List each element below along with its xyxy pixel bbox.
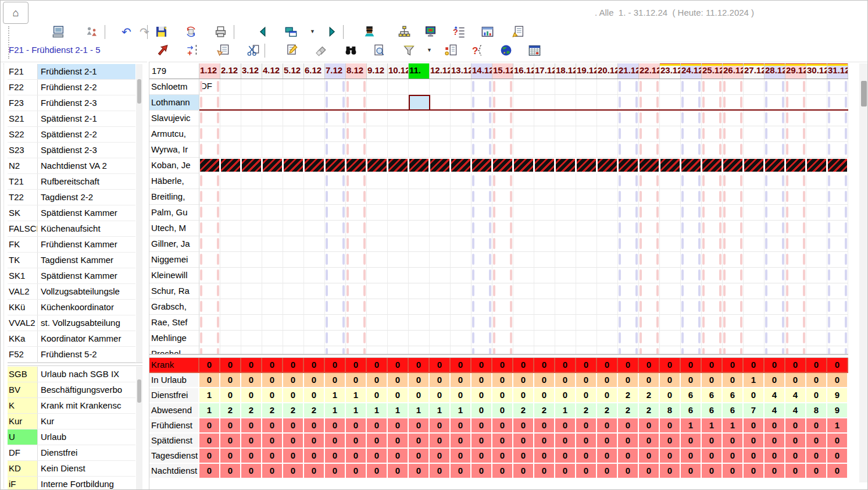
roster-cell[interactable]	[241, 189, 262, 205]
roster-cell[interactable]	[827, 252, 848, 268]
roster-cell[interactable]	[806, 95, 827, 111]
roster-cell[interactable]	[367, 189, 388, 205]
roster-cell[interactable]	[220, 331, 241, 346]
roster-cell[interactable]	[702, 173, 723, 189]
roster-cell[interactable]	[555, 331, 576, 346]
globe-icon[interactable]	[498, 42, 514, 58]
roster-cell[interactable]	[304, 79, 325, 95]
roster-cell[interactable]	[513, 283, 534, 299]
roster-cell[interactable]	[806, 299, 827, 315]
roster-cell[interactable]	[744, 158, 765, 173]
roster-cell[interactable]	[806, 126, 827, 142]
sidebar-splitter[interactable]	[8, 363, 142, 366]
roster-cell[interactable]	[220, 111, 241, 126]
roster-cell[interactable]	[806, 158, 827, 173]
day-column-header[interactable]: 20.12	[597, 63, 618, 79]
employee-row-header[interactable]: Lothmann	[149, 95, 199, 111]
help-brace-icon[interactable]: ?	[470, 42, 486, 58]
roster-cell[interactable]	[471, 173, 492, 189]
day-column-header[interactable]: 10.12	[388, 63, 409, 79]
roster-cell[interactable]	[346, 283, 367, 299]
roster-cell[interactable]	[723, 158, 744, 173]
roster-cell[interactable]	[827, 142, 848, 158]
roster-cell[interactable]	[681, 189, 702, 205]
roster-cell[interactable]	[597, 299, 618, 315]
monitor-icon[interactable]	[423, 24, 438, 40]
roster-cell[interactable]	[723, 111, 744, 126]
roster-cell[interactable]	[785, 283, 806, 299]
roster-cell[interactable]	[660, 331, 681, 346]
roster-cell[interactable]	[471, 189, 492, 205]
roster-cell[interactable]	[534, 189, 555, 205]
roster-cell[interactable]	[241, 173, 262, 189]
roster-cell[interactable]	[785, 111, 806, 126]
roster-cell[interactable]	[806, 189, 827, 205]
roster-cell[interactable]	[534, 283, 555, 299]
roster-cell[interactable]	[367, 331, 388, 346]
roster-cell[interactable]	[367, 236, 388, 252]
orgchart-icon[interactable]	[397, 24, 412, 40]
roster-cell[interactable]	[639, 221, 660, 236]
roster-cell[interactable]	[785, 346, 806, 354]
roster-cell[interactable]	[451, 79, 471, 95]
computer-icon[interactable]	[51, 24, 66, 40]
roster-cell[interactable]	[304, 252, 325, 268]
roster-cell[interactable]	[744, 205, 765, 221]
roster-cell[interactable]	[451, 173, 471, 189]
roster-cell[interactable]	[785, 205, 806, 221]
edit-page-icon[interactable]	[215, 42, 231, 58]
employee-row-header[interactable]: Schloetm	[149, 79, 199, 95]
roster-cell[interactable]	[304, 142, 325, 158]
red-arrow-icon[interactable]	[155, 42, 171, 58]
roster-cell[interactable]	[744, 173, 765, 189]
roster-cell[interactable]	[723, 331, 744, 346]
employee-row-header[interactable]: Armutcu,	[149, 126, 199, 142]
roster-cell[interactable]	[702, 142, 723, 158]
day-column-header[interactable]: 5.12	[283, 63, 304, 79]
roster-cell[interactable]	[618, 142, 639, 158]
day-column-header[interactable]: 31.12	[827, 63, 848, 79]
roster-cell[interactable]	[827, 95, 848, 111]
roster-cell[interactable]	[199, 142, 220, 158]
employee-row-header[interactable]: Koban, Je	[149, 158, 199, 173]
shift-function-item[interactable]: F22Frühdienst 2-2	[8, 80, 135, 95]
roster-cell[interactable]	[660, 221, 681, 236]
roster-cell[interactable]	[660, 252, 681, 268]
roster-cell[interactable]	[513, 236, 534, 252]
calendar-icon[interactable]	[527, 42, 542, 58]
roster-cell[interactable]	[325, 331, 346, 346]
roster-cell[interactable]	[576, 299, 597, 315]
roster-cell[interactable]	[723, 268, 744, 283]
roster-cell[interactable]	[660, 299, 681, 315]
roster-cell[interactable]	[430, 158, 451, 173]
roster-cell[interactable]	[241, 111, 262, 126]
roster-cell[interactable]	[723, 299, 744, 315]
roster-cell[interactable]	[199, 95, 220, 111]
roster-cell[interactable]	[744, 252, 765, 268]
roster-cell[interactable]	[241, 283, 262, 299]
roster-cell[interactable]	[555, 283, 576, 299]
roster-cell[interactable]	[827, 221, 848, 236]
roster-cell[interactable]	[451, 189, 471, 205]
roster-cell[interactable]	[346, 315, 367, 331]
roster-cell[interactable]	[471, 205, 492, 221]
roster-cell[interactable]	[220, 126, 241, 142]
day-column-header[interactable]: 26.12	[723, 63, 744, 79]
pencil-page-icon[interactable]	[284, 42, 299, 58]
roster-cell[interactable]	[765, 205, 785, 221]
roster-cell[interactable]	[346, 189, 367, 205]
roster-cell[interactable]	[241, 315, 262, 331]
save-icon[interactable]	[153, 24, 169, 40]
roster-cell[interactable]	[241, 346, 262, 354]
roster-cell[interactable]	[430, 79, 451, 95]
roster-cell[interactable]	[576, 236, 597, 252]
roster-cell[interactable]	[765, 268, 785, 283]
roster-cell[interactable]	[597, 79, 618, 95]
roster-cell[interactable]	[283, 331, 304, 346]
day-column-header[interactable]: 16.12	[513, 63, 534, 79]
roster-cell[interactable]	[744, 111, 765, 126]
roster-cell[interactable]	[367, 315, 388, 331]
roster-cell[interactable]	[346, 236, 367, 252]
roster-cell[interactable]	[723, 205, 744, 221]
roster-cell[interactable]	[199, 268, 220, 283]
